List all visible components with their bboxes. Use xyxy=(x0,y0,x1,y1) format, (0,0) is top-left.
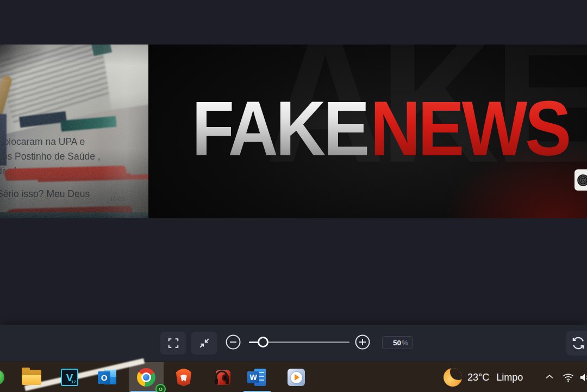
taskbar-media-player[interactable] xyxy=(281,362,311,392)
taskbar-vegas-pro[interactable]: V 17 xyxy=(54,362,85,392)
banner-title: FAKENEWS xyxy=(192,90,569,167)
banner-word-news: NEWS xyxy=(370,85,569,172)
taskbar-aimp-player[interactable] xyxy=(208,362,238,392)
zoom-out-icon xyxy=(225,334,241,350)
weather-condition: Limpo xyxy=(496,372,523,383)
wifi-icon xyxy=(562,371,574,383)
rotate-button[interactable] xyxy=(566,331,587,356)
taskbar-chrome-active[interactable]: O xyxy=(129,362,164,392)
media-player-icon xyxy=(288,369,305,386)
file-explorer-icon xyxy=(22,370,41,385)
zoom-percentage-display: 50 % xyxy=(382,336,413,349)
taskbar-outlook[interactable]: O xyxy=(92,362,123,392)
zoom-slider-handle[interactable] xyxy=(258,337,268,347)
chrome-icon xyxy=(137,368,155,387)
fullscreen-icon xyxy=(167,337,179,349)
desktop: { "app": { "background": "#1d1e27", "too… xyxy=(0,0,587,392)
outlook-icon: O xyxy=(98,369,117,386)
photo-bottom-band xyxy=(0,212,148,218)
zoom-unit: % xyxy=(402,339,408,347)
tray-weather-text: 23°C Limpo xyxy=(467,362,523,392)
brave-icon xyxy=(176,369,192,387)
press-logo xyxy=(574,169,587,191)
tray-volume[interactable] xyxy=(578,371,587,383)
word-icon: W xyxy=(247,369,267,386)
fit-to-window-button[interactable] xyxy=(191,332,217,355)
zoom-in-icon xyxy=(354,334,371,350)
banner-word-fake: FAKE xyxy=(192,85,367,172)
volume-icon xyxy=(578,371,587,383)
vegas-pro-icon: V 17 xyxy=(61,369,78,386)
red-scribble-top xyxy=(4,166,127,180)
message2-text: Sério isso? Meu Deus xyxy=(0,187,90,201)
fullscreen-button[interactable] xyxy=(160,332,186,355)
aimp-icon xyxy=(214,369,232,386)
moon-weather-icon xyxy=(444,368,462,387)
taskbar-file-explorer[interactable] xyxy=(16,362,47,392)
message1-line2: nos Postinho de Saúde , xyxy=(0,149,101,164)
taskbar-word-open[interactable]: W xyxy=(242,362,272,392)
viewer-toolbar: 50 % xyxy=(0,325,587,362)
weather-temperature: 23°C xyxy=(467,372,489,383)
message1-line1: Colocaram na UPA e xyxy=(0,135,85,149)
aimp-headphones xyxy=(214,369,232,386)
viewed-image[interactable]: Colocaram na UPA e nos Postinho de Saúde… xyxy=(0,45,587,218)
rotate-icon xyxy=(571,336,586,351)
press-logo-emblem xyxy=(577,174,587,186)
play-icon xyxy=(295,374,299,381)
zoom-out-button[interactable] xyxy=(225,334,241,350)
zoom-value: 50 xyxy=(393,339,401,347)
fit-to-window-icon xyxy=(198,337,210,349)
word-letter: W xyxy=(249,373,257,382)
outlook-letter: O xyxy=(101,373,108,382)
image-viewer-window: Colocaram na UPA e nos Postinho de Saúde… xyxy=(0,0,587,362)
fake-news-banner: AKE FAKENEWS xyxy=(148,45,587,218)
vegas-version: 17 xyxy=(71,380,76,384)
photo-whatsapp-screenshot: Colocaram na UPA e nos Postinho de Saúde… xyxy=(0,45,148,218)
tray-chevron-up[interactable] xyxy=(544,372,555,382)
partially-visible-app-icon[interactable] xyxy=(0,370,4,385)
taskbar-brave[interactable] xyxy=(168,362,199,392)
windows-taskbar: V 17 O O W xyxy=(0,362,587,392)
tray-wifi[interactable] xyxy=(562,371,574,383)
message2-timestamp: 10:06 xyxy=(110,195,125,202)
chrome-profile-badge: O xyxy=(155,384,166,392)
zoom-in-button[interactable] xyxy=(354,334,371,350)
chevron-up-icon xyxy=(544,372,555,382)
